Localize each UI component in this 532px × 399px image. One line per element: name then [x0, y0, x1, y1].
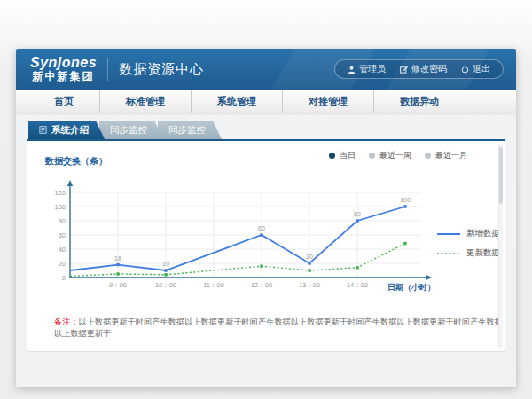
y-axis-title: 数据交换（条）	[45, 155, 107, 168]
nav-item-home[interactable]: 首页	[28, 90, 99, 113]
user-bar: 管理员 修改密码 退出	[334, 59, 504, 79]
radio-label: 最近一周	[379, 150, 411, 161]
svg-text:13：00: 13：00	[299, 281, 320, 289]
tab-label: 系统介绍	[51, 124, 89, 137]
legend-label: 更新数据	[466, 247, 500, 259]
chart-row: 0204060801001209：0010：0011：0012：0013：001…	[38, 173, 513, 306]
svg-text:20: 20	[306, 254, 313, 260]
change-password-label: 修改密码	[411, 63, 447, 75]
svg-text:10: 10	[162, 261, 169, 267]
radio-last-week[interactable]: 最近一周	[369, 150, 411, 161]
footnote-text: 以上数据更新于时间产生数据以上数据更新于时间产生数据以上数据更新于时间产生数据以…	[54, 317, 503, 338]
svg-text:9：00: 9：00	[109, 281, 127, 289]
svg-text:10：00: 10：00	[155, 281, 176, 289]
line-chart: 0204060801001209：0010：0011：0012：0013：001…	[38, 173, 437, 306]
svg-text:40: 40	[59, 246, 66, 254]
svg-text:20: 20	[59, 260, 66, 268]
main-nav: 首页 标准管理 系统管理 对接管理 数据异动	[16, 90, 516, 113]
svg-text:14：00: 14：00	[347, 281, 368, 289]
tab-system-intro[interactable]: 系统介绍	[28, 121, 105, 139]
footnote: 备注：以上数据更新于时间产生数据以上数据更新于时间产生数据以上数据更新于时间产生…	[54, 317, 505, 340]
logout-label: 退出	[473, 63, 490, 75]
app-window: Synjones 新中新集团 数据资源中心 管理员 修改密码	[16, 49, 516, 387]
header: Synjones 新中新集团 数据资源中心 管理员 修改密码	[16, 49, 516, 90]
svg-text:60: 60	[258, 225, 265, 231]
tab-label: 同步监控	[110, 124, 147, 137]
brand-logo-en: Synjones	[30, 56, 97, 71]
svg-text:日期（小时）: 日期（小时）	[387, 283, 435, 292]
user-menu-admin[interactable]: 管理员	[348, 63, 386, 75]
svg-text:0: 0	[62, 274, 66, 282]
svg-text:120: 120	[54, 189, 66, 197]
tab-label: 同步监控	[168, 124, 206, 137]
legend-label: 新增数据	[466, 228, 500, 239]
footnote-prefix: 备注：	[54, 317, 79, 326]
time-range-filters: 当日 最近一周 最近一月	[329, 150, 467, 161]
svg-text:11：00: 11：00	[203, 281, 224, 289]
svg-text:60: 60	[59, 231, 66, 239]
scrollbar-thumb[interactable]	[499, 147, 503, 204]
radio-label: 当日	[340, 150, 356, 161]
radio-today[interactable]: 当日	[329, 150, 356, 161]
edit-icon	[400, 66, 408, 74]
document-icon	[39, 126, 47, 134]
nav-item-system-mgmt[interactable]: 系统管理	[191, 90, 282, 113]
svg-text:80: 80	[59, 217, 66, 225]
page-title: 数据资源中心	[119, 61, 204, 78]
content-area: 系统介绍 同步监控 同步监控 当日 最近一周	[16, 113, 516, 352]
svg-text:100: 100	[54, 203, 66, 211]
header-divider	[107, 58, 108, 81]
radio-dot-icon	[425, 153, 431, 159]
svg-text:18: 18	[114, 255, 121, 262]
svg-text:100: 100	[400, 197, 411, 203]
brand-logo: Synjones 新中新集团	[30, 56, 97, 82]
power-icon	[461, 66, 469, 74]
panel-scrollbar	[498, 144, 503, 348]
nav-item-interface-mgmt[interactable]: 对接管理	[282, 90, 373, 113]
user-icon	[348, 66, 356, 74]
logout-button[interactable]: 退出	[461, 63, 490, 75]
user-label: 管理员	[359, 63, 386, 75]
svg-text:80: 80	[354, 211, 361, 217]
change-password-button[interactable]: 修改密码	[400, 63, 447, 75]
chart-panel: 当日 最近一周 最近一月 数据交换（条） 0204060801001209：00…	[27, 139, 505, 352]
tab-sync-monitor-2[interactable]: 同步监控	[158, 121, 222, 139]
tab-sync-monitor-1[interactable]: 同步监控	[99, 121, 163, 139]
radio-dot-icon	[329, 153, 335, 159]
radio-dot-icon	[369, 153, 375, 159]
brand-logo-cn: 新中新集团	[30, 71, 97, 82]
nav-item-data-change[interactable]: 数据异动	[373, 90, 465, 113]
dotted-line-swatch	[437, 252, 460, 255]
svg-text:12：00: 12：00	[251, 281, 272, 289]
radio-label: 最近一月	[435, 150, 467, 161]
radio-last-month[interactable]: 最近一月	[425, 150, 467, 161]
nav-item-standard-mgmt[interactable]: 标准管理	[99, 90, 191, 113]
solid-line-swatch	[437, 232, 460, 236]
tab-bar: 系统介绍 同步监控 同步监控	[28, 121, 505, 139]
